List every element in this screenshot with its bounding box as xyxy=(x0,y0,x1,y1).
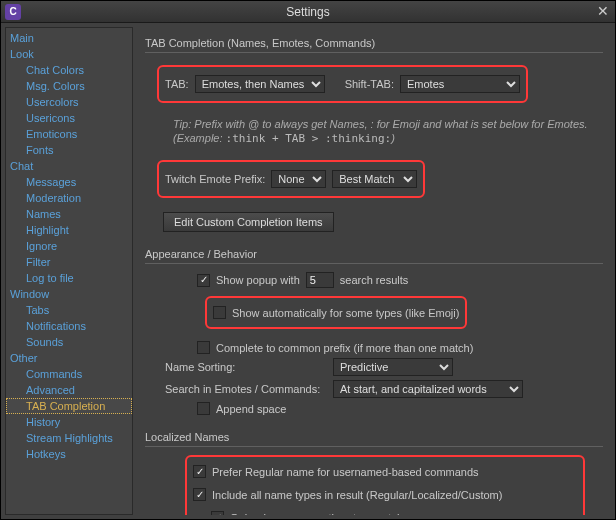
sidebar-item-ignore[interactable]: Ignore xyxy=(6,238,132,254)
close-icon[interactable]: ✕ xyxy=(595,4,611,20)
row-loc3: Only when no more than two matches xyxy=(211,511,577,515)
sidebar-item-filter[interactable]: Filter xyxy=(6,254,132,270)
label-common: Complete to common prefix (if more than … xyxy=(216,342,473,354)
label-loc2: Include all name types in result (Regula… xyxy=(212,489,502,501)
select-sort[interactable]: Predictive xyxy=(333,358,453,376)
settings-window: C Settings ✕ MainLookChat ColorsMsg. Col… xyxy=(0,0,616,520)
label-prefix: Twitch Emote Prefix: xyxy=(165,173,265,185)
row-loc1: Prefer Regular name for usernamed-based … xyxy=(193,465,577,478)
tip-text: Tip: Prefix with @ to always get Names, … xyxy=(173,117,603,146)
section-title-appearance: Appearance / Behavior xyxy=(145,246,603,264)
select-prefix[interactable]: None xyxy=(271,170,326,188)
label-append: Append space xyxy=(216,403,286,415)
checkbox-append[interactable] xyxy=(197,402,210,415)
sidebar-item-hotkeys[interactable]: Hotkeys xyxy=(6,446,132,462)
content-pane: TAB Completion (Names, Emotes, Commands)… xyxy=(137,27,611,515)
section-title-localized: Localized Names xyxy=(145,429,603,447)
sidebar-item-fonts[interactable]: Fonts xyxy=(6,142,132,158)
window-title: Settings xyxy=(1,5,615,19)
label-search: Search in Emotes / Commands: xyxy=(165,383,325,395)
label-tab: TAB: xyxy=(165,78,189,90)
sidebar-item-advanced[interactable]: Advanced xyxy=(6,382,132,398)
sidebar-item-notifications[interactable]: Notifications xyxy=(6,318,132,334)
input-popup-count[interactable] xyxy=(306,272,334,288)
row-auto: Show automatically for some types (like … xyxy=(213,306,459,319)
sidebar-item-highlight[interactable]: Highlight xyxy=(6,222,132,238)
checkbox-common[interactable] xyxy=(197,341,210,354)
sidebar-item-emoticons[interactable]: Emoticons xyxy=(6,126,132,142)
sidebar-item-moderation[interactable]: Moderation xyxy=(6,190,132,206)
label-popup-a: Show popup with xyxy=(216,274,300,286)
sidebar-item-look[interactable]: Look xyxy=(6,46,132,62)
checkbox-loc2[interactable] xyxy=(193,488,206,501)
sidebar-item-tab-completion[interactable]: TAB Completion xyxy=(6,398,132,414)
sidebar-item-main[interactable]: Main xyxy=(6,30,132,46)
row-sort: Name Sorting: Predictive xyxy=(165,358,603,376)
edit-completion-button[interactable]: Edit Custom Completion Items xyxy=(163,212,334,232)
label-popup-b: search results xyxy=(340,274,408,286)
titlebar: C Settings ✕ xyxy=(1,1,615,23)
checkbox-loc1[interactable] xyxy=(193,465,206,478)
checkbox-auto[interactable] xyxy=(213,306,226,319)
label-sort: Name Sorting: xyxy=(165,361,325,373)
select-search[interactable]: At start, and capitalized words xyxy=(333,380,523,398)
sidebar-item-usercolors[interactable]: Usercolors xyxy=(6,94,132,110)
sidebar-item-chat-colors[interactable]: Chat Colors xyxy=(6,62,132,78)
sidebar-item-sounds[interactable]: Sounds xyxy=(6,334,132,350)
row-append: Append space xyxy=(197,402,603,415)
row-search: Search in Emotes / Commands: At start, a… xyxy=(165,380,603,398)
sidebar: MainLookChat ColorsMsg. ColorsUsercolors… xyxy=(5,27,133,515)
sidebar-item-chat[interactable]: Chat xyxy=(6,158,132,174)
sidebar-item-window[interactable]: Window xyxy=(6,286,132,302)
row-popup: Show popup with search results xyxy=(197,272,603,288)
sidebar-item-log-to-file[interactable]: Log to file xyxy=(6,270,132,286)
select-prefix-mode[interactable]: Best Match xyxy=(332,170,417,188)
row-common: Complete to common prefix (if more than … xyxy=(197,341,603,354)
sidebar-item-tabs[interactable]: Tabs xyxy=(6,302,132,318)
sidebar-item-usericons[interactable]: Usericons xyxy=(6,110,132,126)
checkbox-show-popup[interactable] xyxy=(197,274,210,287)
select-tab[interactable]: Emotes, then Names xyxy=(195,75,325,93)
row-prefix: Twitch Emote Prefix: None Best Match xyxy=(165,170,417,188)
sidebar-item-names[interactable]: Names xyxy=(6,206,132,222)
section-title-tab: TAB Completion (Names, Emotes, Commands) xyxy=(145,35,603,53)
label-auto: Show automatically for some types (like … xyxy=(232,307,459,319)
row-tab-selects: TAB: Emotes, then Names Shift-TAB: Emote… xyxy=(165,75,520,93)
checkbox-loc3[interactable] xyxy=(211,511,224,515)
sidebar-item-other[interactable]: Other xyxy=(6,350,132,366)
label-loc3: Only when no more than two matches xyxy=(230,512,415,516)
app-icon: C xyxy=(5,4,21,20)
sidebar-item-commands[interactable]: Commands xyxy=(6,366,132,382)
select-shift-tab[interactable]: Emotes xyxy=(400,75,520,93)
sidebar-item-stream-highlights[interactable]: Stream Highlights xyxy=(6,430,132,446)
row-loc2: Include all name types in result (Regula… xyxy=(193,488,577,501)
sidebar-item-messages[interactable]: Messages xyxy=(6,174,132,190)
sidebar-item-msg-colors[interactable]: Msg. Colors xyxy=(6,78,132,94)
sidebar-item-history[interactable]: History xyxy=(6,414,132,430)
label-shift-tab: Shift-TAB: xyxy=(345,78,394,90)
label-loc1: Prefer Regular name for usernamed-based … xyxy=(212,466,479,478)
